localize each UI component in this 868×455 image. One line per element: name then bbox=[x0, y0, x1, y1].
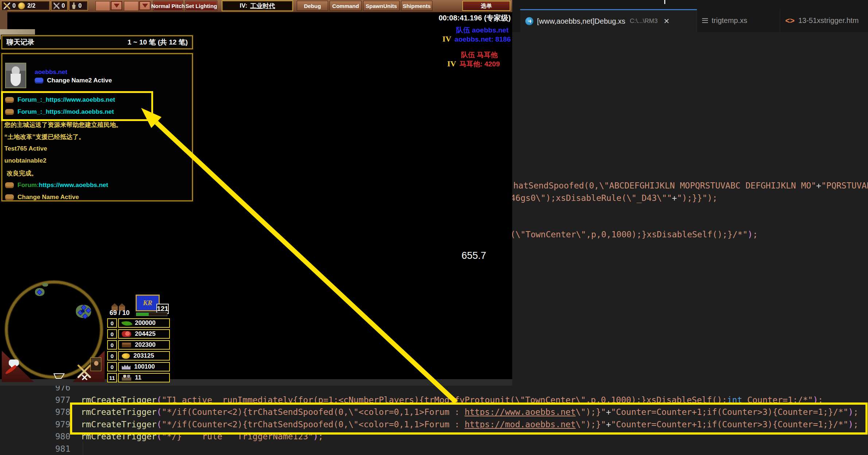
resource-queue-count: 0 bbox=[107, 351, 117, 361]
chat-toggle-icon[interactable] bbox=[9, 359, 19, 366]
figure-icon bbox=[71, 3, 76, 9]
minimap-view-frustum bbox=[51, 373, 67, 379]
line-number: 979 bbox=[0, 418, 70, 431]
tab-title: 13-51xstrigger.htm bbox=[798, 16, 859, 25]
dropdown-button[interactable] bbox=[111, 1, 122, 10]
code-token: ; bbox=[853, 407, 859, 417]
export-icon bbox=[122, 364, 131, 370]
code-link[interactable]: https://www.aoebbs.net bbox=[464, 407, 576, 417]
minimap[interactable] bbox=[5, 281, 103, 378]
counter-group: 0 bbox=[69, 1, 88, 11]
code-token: "Counter=Counter+1;if(Counter>3){Counter… bbox=[611, 407, 848, 417]
xp-progress-fill bbox=[136, 313, 149, 316]
indent-guide bbox=[83, 442, 83, 455]
xp-progress-bar bbox=[136, 312, 167, 316]
game-screenshot: 0 2/2 0 0 Normal Pitch Set Lighting IV: … bbox=[0, 0, 512, 379]
line-number: 978 bbox=[0, 406, 70, 418]
code-token: (\"TownCenter\",p,0,1000);}xsDisableSelf… bbox=[510, 230, 748, 239]
shipments-button[interactable]: Shipments bbox=[401, 1, 432, 11]
code-fragment: hatSendSpoofed(0,\"ABCDEFGHIJKLN MOPQRST… bbox=[513, 179, 868, 192]
chat-text-segment: Change Name Active bbox=[17, 194, 79, 201]
chat-message: Forum_:_https://mod.aoebbs.net bbox=[2, 108, 192, 118]
chat-link[interactable]: Forum_:_https://www.aoebbs.net bbox=[17, 96, 115, 103]
color-swatch bbox=[96, 1, 110, 11]
chat-message: Change Name2 Active bbox=[2, 77, 192, 86]
chat-text-segment: Test765 Active bbox=[4, 145, 47, 152]
team-score: IV马耳他: 4209 bbox=[447, 59, 500, 69]
code-token: "*/if(Counter<2){trChatSendSpoofed(0,\"<… bbox=[162, 420, 465, 429]
resource-queue-count: 0 bbox=[107, 340, 117, 350]
chat-link[interactable]: https://www.aoebbs.net bbox=[39, 182, 108, 188]
chat-link[interactable]: Forum_:_https://mod.aoebbs.net bbox=[17, 108, 114, 115]
code-line: 977rmCreateTrigger("T1 active runImmedia… bbox=[0, 394, 868, 406]
chat-text-segment: Change Name2 Active bbox=[47, 77, 112, 84]
code-token: \");}" bbox=[576, 407, 606, 417]
resource-amount: 204425 bbox=[135, 330, 156, 338]
bubble-blue-icon bbox=[35, 78, 43, 83]
code-token: + bbox=[816, 181, 821, 190]
dropdown-button[interactable] bbox=[139, 1, 151, 10]
chat-message: unobtainable2 bbox=[2, 157, 192, 167]
bubble-tan-icon bbox=[5, 109, 14, 115]
debug-overlay-number: 655.7 bbox=[462, 250, 486, 261]
normal-pitch-button[interactable]: Normal Pitch bbox=[153, 1, 183, 11]
code-token: rmCreateTrigger bbox=[81, 395, 157, 405]
command-button[interactable]: Command bbox=[330, 1, 362, 11]
resource-queue-count: 0 bbox=[107, 318, 117, 328]
food-icon bbox=[121, 320, 132, 327]
code-token: + bbox=[606, 407, 611, 417]
debug-button[interactable]: Debug bbox=[297, 1, 328, 11]
resource-amount: 203125 bbox=[133, 352, 154, 359]
counter-value: 0 bbox=[12, 3, 16, 9]
unit-portrait[interactable] bbox=[90, 357, 101, 371]
population-icon bbox=[122, 375, 131, 381]
code-token: ) bbox=[748, 230, 753, 239]
age-roman-numeral: IV bbox=[447, 59, 456, 68]
tab-debug-xs[interactable]: [www,aoebbs,net]Debug.xs C:\...\RM3 ✕ bbox=[520, 9, 697, 32]
code-fragment: 46gs0\");xsDisableRule(\"_D43\""+");}}")… bbox=[510, 192, 717, 204]
tab-xstrigger-htm[interactable]: 13-51xstrigger.htm bbox=[780, 9, 868, 32]
chat-message: Test765 Active bbox=[2, 145, 192, 155]
line-number: 981 bbox=[0, 443, 70, 455]
code-token: ) bbox=[313, 432, 318, 441]
banner-icon bbox=[4, 3, 10, 9]
code-token: rmCreateTrigger bbox=[81, 432, 157, 441]
resource-row: 204425 bbox=[118, 329, 170, 339]
age-indicator: IV: 工业时代 bbox=[222, 0, 293, 11]
screenshot-root: [www,aoebbs,net]Debug.xs C:\...\RM3 ✕ tr… bbox=[0, 0, 868, 455]
code-token: ");}}"); bbox=[677, 193, 717, 203]
tab-trigtemp-xs[interactable]: trigtemp.xs bbox=[697, 9, 780, 32]
code-link[interactable]: https://mod.aoebbs.net bbox=[464, 420, 576, 429]
editor-tab-bar: [www,aoebbs,net]Debug.xs C:\...\RM3 ✕ tr… bbox=[512, 0, 868, 32]
close-icon[interactable]: ✕ bbox=[663, 17, 670, 26]
counter-group: 0 2/2 bbox=[1, 1, 50, 11]
counter-group: 0 bbox=[51, 1, 68, 11]
chat-message: 改良完成。 bbox=[2, 169, 192, 179]
code-brackets-icon bbox=[785, 16, 795, 26]
code-token: ( bbox=[157, 432, 162, 441]
code-token: int bbox=[727, 395, 742, 405]
chat-message: Change Name Active bbox=[2, 194, 192, 203]
score-value: aoebbs.net: 8186 bbox=[455, 35, 511, 43]
debug-toolbar: 0 2/2 0 0 Normal Pitch Set Lighting IV: … bbox=[0, 0, 512, 13]
code-token: "T1 active runImmediately{for(p=1;<cNumb… bbox=[162, 395, 727, 405]
age-roman-numeral: IV bbox=[442, 34, 451, 43]
counter-value: 2/2 bbox=[27, 3, 35, 9]
resource-row: 200000 bbox=[118, 318, 170, 328]
spawn-units-button[interactable]: SpawnUnits bbox=[363, 1, 400, 11]
menu-button[interactable]: 选单 bbox=[462, 1, 510, 11]
close-x-icon[interactable]: ✕ bbox=[81, 373, 88, 383]
resource-amount: 202300 bbox=[135, 341, 156, 349]
resource-queue-count: 0 bbox=[107, 362, 117, 372]
chat-body: aoebbs.netChange Name2 ActiveForum_:_htt… bbox=[1, 53, 193, 201]
resource-row: 100100 bbox=[118, 362, 170, 372]
resource-amount: 100100 bbox=[134, 363, 155, 370]
chat-message: 您的主城运送了资源来帮助您建立殖民地。 bbox=[2, 121, 192, 130]
game-clock: 00:08:41.196 (专家级) bbox=[439, 13, 511, 23]
resource-row: 11 bbox=[118, 373, 170, 382]
chat-message: Forum:https://www.aoebbs.net bbox=[2, 182, 192, 191]
set-lighting-button[interactable]: Set Lighting bbox=[185, 1, 217, 11]
bubble-tan-icon bbox=[5, 194, 14, 200]
code-token: rmCreateTrigger bbox=[81, 407, 157, 417]
chat-log-title: 聊天记录 bbox=[7, 38, 34, 47]
